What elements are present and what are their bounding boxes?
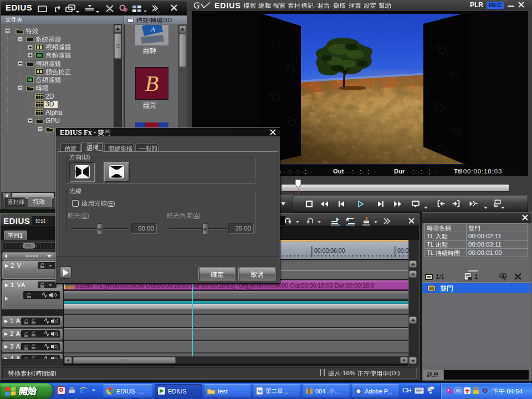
- svg-text:00:00:06;00: 00:00:06;00: [314, 247, 345, 254]
- svg-text:A: A: [150, 25, 155, 33]
- svg-text:W: W: [258, 388, 263, 394]
- svg-text:00:0: 00:0: [397, 247, 408, 254]
- svg-text:e: e: [80, 386, 84, 395]
